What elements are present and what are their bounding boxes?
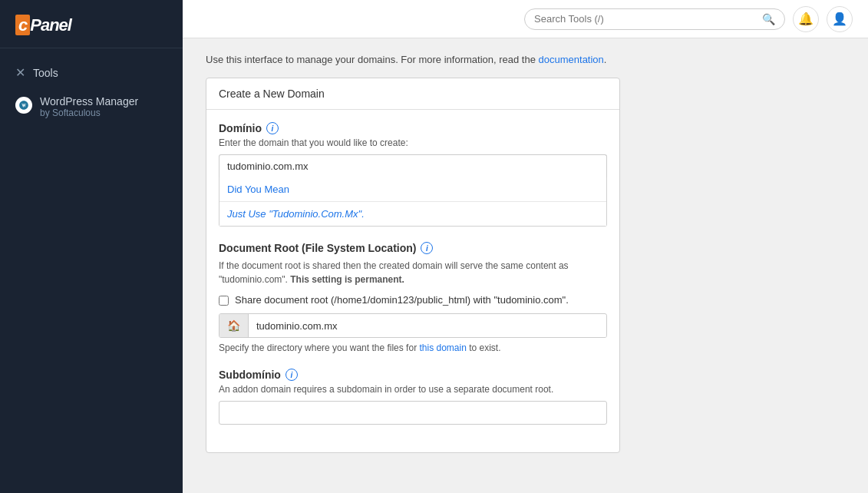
doc-root-desc-bold: This setting is permanent. — [290, 274, 404, 285]
header: 🔍 🔔 👤 — [183, 0, 868, 38]
domain-label-text: Domínio — [219, 122, 262, 134]
docroot-input-wrapper: 🏠 — [219, 313, 607, 338]
search-input[interactable] — [534, 13, 756, 25]
sidebar-item-wordpress-manager[interactable]: WordPress Manager by Softaculous — [0, 88, 183, 126]
cpanel-logo-text: cPanel — [15, 14, 167, 35]
subdomain-input[interactable] — [219, 401, 607, 425]
wordpress-manager-text: WordPress Manager by Softaculous — [40, 95, 138, 118]
share-docroot-row: Share document root (/home1/domin123/pub… — [219, 294, 607, 306]
form-card-title: Create a New Domain — [206, 78, 619, 110]
user-icon: 👤 — [832, 12, 847, 26]
intro-text-main: Use this interface to manage your domain… — [206, 54, 539, 65]
user-button[interactable]: 👤 — [827, 6, 853, 32]
subdomain-inputs-row — [219, 401, 607, 425]
wordpress-icon — [15, 97, 32, 114]
search-icon: 🔍 — [762, 13, 775, 25]
did-you-mean-label: Did You Mean — [219, 177, 606, 202]
search-bar[interactable]: 🔍 — [524, 8, 785, 30]
wordpress-manager-label: WordPress Manager — [40, 95, 138, 108]
form-card-body: Domínio i Enter the domain that you woul… — [206, 110, 619, 452]
hint-link[interactable]: this domain — [419, 342, 466, 353]
document-root-field-group: Document Root (File System Location) i I… — [219, 242, 607, 353]
subdomain-label: Subdomínio i — [219, 369, 607, 381]
document-root-label: Document Root (File System Location) i — [219, 242, 607, 254]
sidebar-item-tools[interactable]: ✕ Tools — [0, 58, 183, 88]
domain-field-label: Domínio i — [219, 122, 607, 134]
document-root-description: If the document root is shared then the … — [219, 259, 607, 286]
document-root-label-text: Document Root (File System Location) — [219, 242, 416, 254]
suggestion-link[interactable]: Just Use "Tudominio.Com.Mx". — [219, 202, 606, 226]
tools-icon: ✕ — [15, 65, 25, 80]
wordpress-manager-sublabel: by Softaculous — [40, 108, 138, 118]
notifications-button[interactable]: 🔔 — [793, 6, 819, 32]
domain-field-description: Enter the domain that you would like to … — [219, 137, 607, 148]
subdomain-label-text: Subdomínio — [219, 369, 281, 381]
subdomain-help-icon[interactable]: i — [285, 369, 298, 381]
docroot-input[interactable] — [249, 315, 606, 337]
share-docroot-label: Share document root (/home1/domin123/pub… — [235, 294, 569, 306]
intro-text: Use this interface to manage your domain… — [206, 54, 845, 65]
main-area: 🔍 🔔 👤 Use this interface to manage your … — [183, 0, 868, 493]
documentation-link[interactable]: documentation — [539, 54, 604, 65]
bell-icon: 🔔 — [798, 12, 814, 26]
sidebar-nav: ✕ Tools WordPress Manager by Softaculous — [0, 48, 183, 135]
domain-input[interactable] — [219, 154, 607, 177]
sidebar: cPanel ✕ Tools WordPress Manager by Soft… — [0, 0, 183, 493]
subdomain-description: An addon domain requires a subdomain in … — [219, 384, 607, 395]
content-area: Use this interface to manage your domain… — [183, 38, 868, 493]
suggestion-box: Did You Mean Just Use "Tudominio.Com.Mx"… — [219, 177, 607, 227]
subdomain-field-group: Subdomínio i An addon domain requires a … — [219, 369, 607, 425]
home-icon: 🏠 — [219, 314, 249, 337]
docroot-hint: Specify the directory where you want the… — [219, 342, 607, 353]
hint-text-after: to exist. — [467, 342, 501, 353]
sidebar-logo: cPanel — [0, 0, 183, 48]
create-domain-form: Create a New Domain Domínio i Enter the … — [206, 78, 620, 453]
domain-help-icon[interactable]: i — [266, 122, 279, 134]
intro-text-end: . — [604, 54, 607, 65]
hint-text-before: Specify the directory where you want the… — [219, 342, 419, 353]
domain-field-group: Domínio i Enter the domain that you woul… — [219, 122, 607, 227]
document-root-help-icon[interactable]: i — [421, 242, 433, 254]
sidebar-item-tools-label: Tools — [33, 67, 58, 79]
share-docroot-checkbox[interactable] — [219, 296, 229, 306]
